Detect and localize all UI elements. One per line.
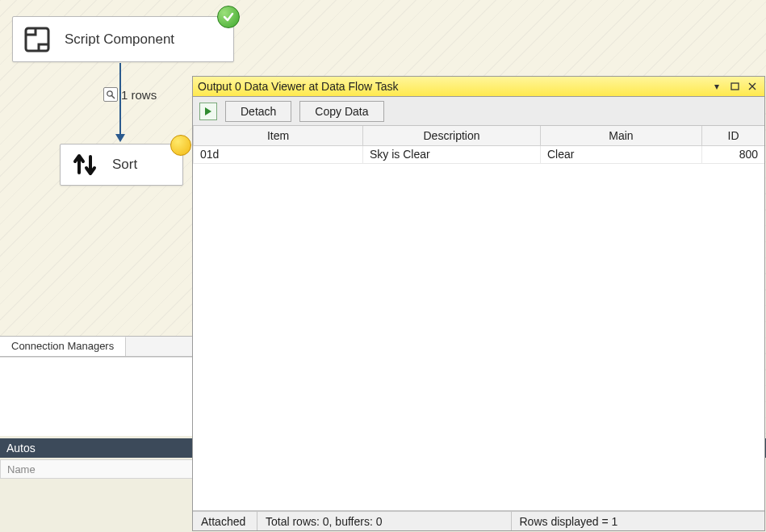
copy-data-button[interactable]: Copy Data [299, 101, 383, 122]
sort-icon [69, 149, 101, 181]
magnifier-icon [103, 87, 118, 102]
row-count-text: 1 rows [121, 88, 157, 102]
script-component-icon [21, 23, 53, 56]
detach-button[interactable]: Detach [225, 101, 291, 122]
status-rows-displayed: Rows displayed = 1 [512, 512, 765, 530]
connector-arrow-head [115, 134, 125, 142]
window-maximize-icon[interactable] [727, 80, 742, 93]
data-viewer-grid[interactable]: Item Description Main ID 01d Sky is Clea… [193, 126, 764, 511]
table-row[interactable]: 01d Sky is Clear Clear 800 [194, 145, 765, 163]
connection-managers-tabstrip[interactable]: Connection Managers [0, 336, 210, 357]
sort-label: Sort [112, 157, 137, 173]
script-component-node[interactable]: Script Component [12, 16, 234, 62]
script-component-label: Script Component [65, 31, 174, 48]
sort-node[interactable]: Sort [60, 144, 183, 186]
col-header-id[interactable]: ID [702, 126, 765, 145]
data-viewer-toolbar: Detach Copy Data [193, 97, 764, 126]
svg-rect-3 [731, 83, 739, 90]
status-attached: Attached [193, 512, 257, 530]
autos-name-column-header[interactable]: Name [0, 459, 210, 479]
table-header-row: Item Description Main ID [194, 126, 765, 145]
data-viewer-window[interactable]: Output 0 Data Viewer at Data Flow Task ▾… [192, 76, 765, 531]
tab-connection-managers[interactable]: Connection Managers [0, 337, 126, 356]
window-dropdown-icon[interactable]: ▾ [709, 80, 724, 93]
cell-main: Clear [541, 145, 702, 163]
success-badge-icon [217, 6, 240, 28]
svg-line-2 [112, 96, 115, 99]
data-viewer-titlebar[interactable]: Output 0 Data Viewer at Data Flow Task ▾ [193, 77, 764, 97]
running-badge-icon [170, 135, 191, 156]
data-viewer-statusbar: Attached Total rows: 0, buffers: 0 Rows … [193, 511, 764, 530]
data-viewer-title: Output 0 Data Viewer at Data Flow Task [198, 80, 706, 93]
connection-managers-panel[interactable] [0, 357, 210, 436]
svg-point-1 [107, 91, 112, 96]
svg-rect-0 [26, 28, 48, 51]
cell-item: 01d [194, 145, 363, 163]
cell-description: Sky is Clear [363, 145, 541, 163]
cell-id: 800 [702, 145, 765, 163]
row-count-label[interactable]: 1 rows [103, 87, 157, 102]
col-header-description[interactable]: Description [363, 126, 541, 145]
col-header-item[interactable]: Item [194, 126, 363, 145]
play-button[interactable] [199, 103, 217, 120]
window-close-icon[interactable] [745, 80, 760, 93]
status-totals: Total rows: 0, buffers: 0 [257, 512, 512, 530]
col-header-main[interactable]: Main [541, 126, 702, 145]
